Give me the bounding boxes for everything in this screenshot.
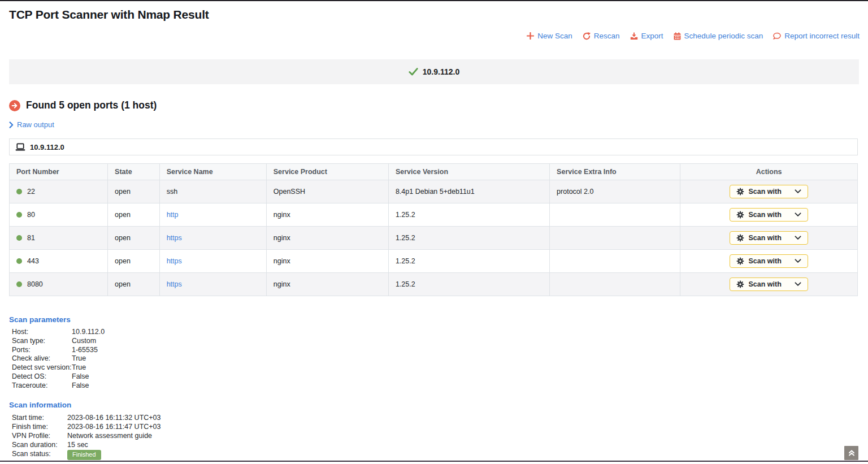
raw-output-link[interactable]: Raw output — [9, 120, 54, 129]
scroll-to-top-button[interactable] — [844, 446, 858, 460]
service-extra-info: protocol 2.0 — [550, 180, 680, 203]
table-row: 443 open https nginx 1.25.2 Scan with — [10, 250, 858, 273]
parameter-value: False — [72, 381, 89, 391]
service-version: 1.25.2 — [388, 250, 549, 273]
parameter-row: Scan type:Custom — [9, 337, 105, 346]
gear-icon — [736, 188, 744, 196]
scan-parameters-section: Scan parameters Host:10.9.112.0 Scan typ… — [9, 315, 105, 391]
parameter-label: Detect OS: — [12, 372, 72, 381]
action-label: Schedule periodic scan — [684, 32, 763, 40]
parameter-value: 10.9.112.0 — [72, 328, 105, 337]
information-row: Scan duration:15 sec — [9, 440, 161, 449]
information-label: Scan duration: — [12, 440, 67, 449]
report-incorrect-result-button[interactable]: Report incorrect result — [773, 32, 860, 40]
port-state: open — [108, 180, 160, 203]
parameter-label: Traceroute: — [12, 381, 72, 391]
table-row: 22 open ssh OpenSSH 8.4p1 Debian 5+deb11… — [10, 180, 858, 203]
export-button[interactable]: Export — [630, 32, 663, 40]
service-version: 1.25.2 — [388, 273, 549, 296]
open-ports-table: Port Number State Service Name Service P… — [9, 163, 858, 296]
download-icon — [630, 32, 638, 40]
column-header-service-product: Service Product — [266, 164, 388, 180]
scan-with-button[interactable]: Scan with — [730, 231, 808, 245]
scan-information-heading: Scan information — [9, 401, 161, 409]
parameter-value: False — [72, 372, 89, 381]
service-version: 8.4p1 Debian 5+deb11u1 — [388, 180, 549, 203]
new-scan-button[interactable]: New Scan — [527, 32, 572, 40]
service-name-link[interactable]: http — [167, 211, 179, 219]
information-row: VPN Profile:Network assessment guide — [9, 431, 161, 440]
parameter-row: Traceroute:False — [9, 381, 105, 391]
parameter-value: Custom — [72, 337, 96, 346]
service-product: nginx — [266, 203, 388, 227]
plus-icon — [527, 32, 534, 40]
scan-with-button[interactable]: Scan with — [730, 208, 808, 222]
column-header-service-version: Service Version — [388, 164, 549, 180]
parameter-row: Detect svc version:True — [9, 363, 105, 372]
service-name-link[interactable]: https — [167, 280, 182, 288]
schedule-periodic-scan-button[interactable]: Schedule periodic scan — [674, 32, 763, 40]
status-badge: Finished — [67, 450, 101, 460]
scan-with-button[interactable]: Scan with — [730, 254, 808, 268]
chevron-down-icon — [795, 213, 801, 217]
column-header-service-name: Service Name — [159, 164, 266, 180]
chevron-down-icon — [795, 259, 801, 263]
parameter-value: True — [72, 354, 86, 363]
port-number: 22 — [27, 188, 35, 196]
service-name: ssh — [167, 188, 177, 196]
information-label: Finish time: — [12, 422, 67, 431]
column-header-service-extra-info: Service Extra Info — [550, 164, 680, 180]
column-header-port-number: Port Number — [10, 164, 108, 180]
column-header-actions: Actions — [680, 164, 858, 180]
port-number: 443 — [27, 257, 39, 265]
parameter-label: Scan type: — [12, 337, 72, 346]
information-value: 15 sec — [67, 440, 88, 449]
scan-information-section: Scan information Start time:2023-08-16 1… — [9, 401, 161, 460]
scan-with-label: Scan with — [748, 234, 781, 242]
action-label: Report incorrect result — [784, 32, 860, 40]
double-chevron-up-icon — [848, 449, 855, 457]
summary-text: Found 5 open ports (1 host) — [26, 99, 157, 111]
information-value: Network assessment guide — [67, 431, 152, 440]
port-state: open — [108, 227, 160, 250]
rescan-button[interactable]: Rescan — [583, 32, 620, 40]
refresh-icon — [583, 32, 591, 40]
check-icon — [409, 68, 418, 76]
open-port-dot — [16, 258, 22, 264]
parameter-label: Detect svc version: — [12, 363, 72, 372]
laptop-icon — [15, 143, 25, 151]
parameter-value: True — [72, 363, 86, 372]
gear-icon — [736, 257, 744, 265]
scan-with-button[interactable]: Scan with — [730, 185, 808, 198]
service-name-link[interactable]: https — [167, 234, 182, 242]
open-port-dot — [16, 189, 22, 194]
action-label: New Scan — [537, 32, 572, 40]
open-port-dot — [16, 281, 22, 287]
service-product: nginx — [266, 273, 388, 296]
chevron-right-icon — [9, 122, 14, 128]
chevron-down-icon — [795, 189, 801, 194]
service-name-link[interactable]: https — [167, 257, 182, 265]
scan-parameters-heading: Scan parameters — [9, 315, 105, 324]
column-header-state: State — [108, 164, 160, 180]
page-bottom-border — [0, 461, 868, 462]
service-product: nginx — [266, 227, 388, 250]
toolbar: New Scan Rescan Export Schedule periodic… — [527, 32, 860, 40]
service-extra-info — [550, 227, 680, 250]
parameter-label: Host: — [12, 328, 72, 337]
information-value: 2023-08-16 16:11:47 UTC+03 — [67, 422, 161, 431]
information-label: Scan status: — [12, 449, 67, 460]
information-row: Finish time:2023-08-16 16:11:47 UTC+03 — [9, 422, 161, 431]
port-state: open — [108, 203, 160, 227]
information-row: Scan status:Finished — [9, 449, 161, 460]
parameter-label: Ports: — [12, 346, 72, 355]
page-title: TCP Port Scanner with Nmap Result — [9, 8, 209, 21]
service-extra-info — [550, 203, 680, 227]
table-header-row: Port Number State Service Name Service P… — [10, 164, 858, 180]
calendar-icon — [674, 32, 681, 40]
host-panel-header: 10.9.112.0 — [9, 138, 858, 155]
scan-with-button[interactable]: Scan with — [730, 277, 808, 291]
host-result-banner[interactable]: 10.9.112.0 — [9, 59, 859, 84]
parameter-row: Ports:1-65535 — [9, 346, 105, 355]
parameter-label: Check alive: — [12, 354, 72, 363]
